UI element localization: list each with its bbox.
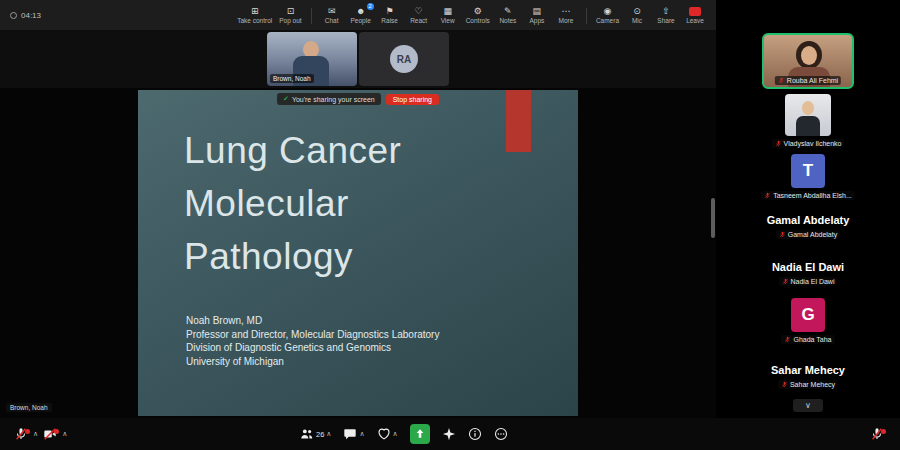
slide-author-block: Noah Brown, MD Professor and Director, M…	[186, 314, 439, 368]
video-off-button[interactable]	[43, 427, 57, 441]
chevron-up-icon[interactable]: ∧	[359, 430, 364, 438]
leave-button[interactable]: Leave	[684, 6, 706, 24]
top-toolbar: 04:13 ⊞ Take control ⊡ Pop out ✉ Chat ☻ …	[0, 0, 716, 30]
mute-button[interactable]	[14, 427, 28, 441]
check-icon: ✓	[283, 95, 289, 103]
participant-name-label: Ghada Taha	[781, 335, 834, 344]
slide-affiliation-line: Division of Diagnostic Genetics and Geno…	[186, 341, 439, 355]
presenter-name-overlay: Brown, Noah	[6, 403, 52, 412]
person-silhouette	[796, 116, 820, 136]
camera-button[interactable]: ◉ Camera	[596, 6, 619, 24]
controls-icon: ⚙	[474, 6, 482, 16]
audio-muted-indicator[interactable]	[870, 427, 884, 441]
pop-out-button[interactable]: ⊡ Pop out	[279, 6, 301, 24]
participant-name-label: Gamal Abdelaty	[776, 230, 840, 239]
muted-mic-icon	[782, 278, 789, 285]
slide-affiliation-line: University of Michigan	[186, 355, 439, 369]
people-button[interactable]: ☻ 2 People	[350, 6, 372, 24]
alert-badge	[25, 429, 30, 434]
video-tile-brown-noah[interactable]: Brown, Noah	[267, 32, 357, 86]
meeting-controls: 26 ∧ ∧ ∧	[300, 418, 508, 450]
participant-tile-sahar[interactable]: Sahar Mehecy	[771, 364, 845, 376]
slide-affiliation-line: Professor and Director, Molecular Diagno…	[186, 328, 439, 342]
notes-button[interactable]: ✎ Notes	[497, 6, 519, 24]
zoom-meeting-window: 04:13 ⊞ Take control ⊡ Pop out ✉ Chat ☻ …	[0, 0, 900, 450]
muted-mic-icon	[778, 77, 785, 84]
controls-button[interactable]: ⚙ Controls	[466, 6, 490, 24]
view-button[interactable]: ▦ View	[437, 6, 459, 24]
slide-title-line: Lung Cancer	[184, 124, 401, 177]
chevron-up-icon[interactable]: ∧	[393, 430, 398, 438]
slide-title-line: Molecular	[184, 177, 401, 230]
scrollbar-thumb[interactable]	[711, 198, 715, 238]
slide-author: Noah Brown, MD	[186, 314, 439, 328]
slide-title-line: Pathology	[184, 230, 401, 283]
participant-name-label: Tasneem Abdallha Elsh...	[761, 191, 855, 200]
participant-count: 26	[316, 430, 324, 439]
more-options-button[interactable]	[494, 427, 508, 441]
audio-video-controls: ∧ ∧	[14, 418, 67, 450]
participants-icon	[300, 427, 314, 441]
take-control-button[interactable]: ⊞ Take control	[237, 6, 272, 24]
raise-hand-icon: ⚑	[386, 6, 394, 16]
share-icon: ⇧	[662, 6, 670, 16]
apps-icon: ▤	[533, 6, 542, 16]
heart-icon	[377, 427, 391, 441]
screen-share-banner: ✓ You're sharing your screen Stop sharin…	[277, 93, 439, 105]
toolbar-divider	[311, 8, 312, 24]
participant-name-label: Vladyslav Ilchenko	[772, 139, 845, 148]
participant-avatar-tasneem[interactable]: T	[791, 154, 825, 188]
share-button[interactable]: ⇧ Share	[655, 6, 677, 24]
participant-tile-gamal[interactable]: Gamal Abdelaty	[767, 214, 850, 226]
person-silhouette	[802, 101, 814, 115]
participant-name-label: Brown, Noah	[270, 74, 314, 83]
person-silhouette	[801, 46, 817, 65]
info-icon	[468, 427, 482, 441]
stop-sharing-button[interactable]: Stop sharing	[386, 94, 439, 105]
reactions-button[interactable]: ∧	[377, 427, 398, 441]
video-filmstrip: Brown, Noah RA	[0, 30, 716, 88]
chevron-up-icon[interactable]: ∧	[326, 430, 331, 438]
react-icon: ♡	[415, 6, 423, 16]
chat-button-bottom[interactable]: ∧	[343, 427, 364, 441]
meeting-timer: 04:13	[10, 11, 41, 20]
participant-video-rouba[interactable]: Rouba Ali Fehmi	[762, 33, 854, 89]
sidebar-scroll-down-button[interactable]: ∨	[793, 399, 823, 412]
shared-screen-area: Lung Cancer Molecular Pathology Noah Bro…	[0, 88, 716, 418]
chevron-up-icon[interactable]: ∧	[62, 430, 67, 438]
timer-value: 04:13	[21, 11, 41, 20]
slide-accent-bar	[506, 90, 531, 152]
share-screen-icon	[414, 428, 426, 440]
share-status-message: ✓ You're sharing your screen	[277, 93, 381, 105]
toolbar-divider	[586, 8, 587, 24]
bottom-toolbar: ∧ ∧ 26 ∧ ∧ ∧	[0, 418, 900, 450]
people-count-badge: 2	[367, 3, 374, 10]
muted-mic-icon	[781, 381, 788, 388]
muted-mic-icon	[764, 192, 771, 199]
video-tile-ra[interactable]: RA	[359, 32, 449, 86]
participant-tile-nadia[interactable]: Nadia El Dawi	[772, 261, 844, 273]
more-button[interactable]: ⋯ More	[555, 6, 577, 24]
share-status-text: You're sharing your screen	[292, 96, 375, 103]
ai-companion-button[interactable]	[442, 427, 456, 441]
right-controls	[870, 418, 884, 450]
chevron-up-icon[interactable]: ∧	[33, 430, 38, 438]
sparkle-icon	[442, 427, 456, 441]
mic-button[interactable]: ⊙ Mic	[626, 6, 648, 24]
presentation-slide: Lung Cancer Molecular Pathology Noah Bro…	[138, 90, 578, 416]
participants-button[interactable]: 26 ∧	[300, 427, 331, 441]
pop-out-icon: ⊡	[287, 6, 295, 16]
participant-avatar-ghada[interactable]: G	[791, 298, 825, 332]
participant-video-vladyslav[interactable]	[785, 94, 831, 136]
muted-mic-icon	[775, 140, 782, 147]
raise-hand-button[interactable]: ⚑ Raise	[379, 6, 401, 24]
slide-title: Lung Cancer Molecular Pathology	[184, 124, 401, 283]
muted-mic-icon	[779, 231, 786, 238]
chat-button[interactable]: ✉ Chat	[321, 6, 343, 24]
share-screen-button[interactable]	[410, 424, 430, 444]
people-icon: ☻	[356, 6, 365, 16]
info-button[interactable]	[468, 427, 482, 441]
apps-button[interactable]: ▤ Apps	[526, 6, 548, 24]
mic-icon: ⊙	[633, 6, 641, 16]
react-button[interactable]: ♡ React	[408, 6, 430, 24]
